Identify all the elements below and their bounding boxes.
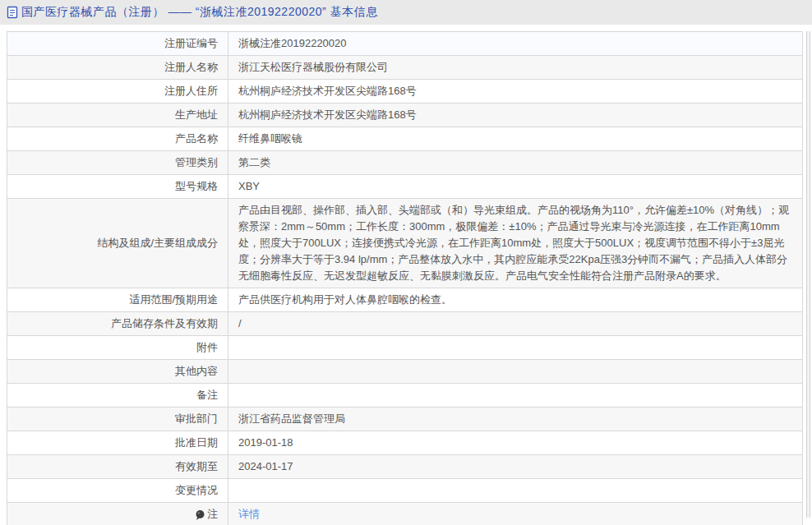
- row-value: 杭州桐庐经济技术开发区尖端路168号: [228, 104, 802, 127]
- row-label: 附件: [7, 336, 228, 359]
- table-row: 结构及组成/主要组成成分产品由目视部、操作部、插入部、头端部或（和）导光束组成。…: [7, 199, 802, 288]
- row-label-text: 注: [207, 507, 218, 522]
- row-value: 浙江天松医疗器械股份有限公司: [228, 56, 802, 79]
- row-label-text: 附件: [196, 340, 218, 355]
- table-row: 注册人名称浙江天松医疗器械股份有限公司: [7, 56, 802, 80]
- row-label: 变更情况: [7, 479, 228, 502]
- row-label: 注册人住所: [7, 80, 228, 103]
- row-value-text: 产品供医疗机构用于对人体鼻腔咽喉的检查。: [238, 292, 452, 308]
- details-link[interactable]: 详情: [238, 506, 260, 523]
- table-row: 审批部门浙江省药品监督管理局: [7, 408, 802, 431]
- row-label: 适用范围/预期用途: [7, 288, 228, 311]
- page-title: 国产医疗器械产品（注册） —— “浙械注准20192220020” 基本信息: [21, 5, 378, 20]
- table-row: 型号规格XBY: [7, 175, 802, 199]
- row-value: 详情: [228, 503, 802, 525]
- row-label-text: 批准日期: [175, 435, 218, 450]
- table-row: 注册人住所杭州桐庐经济技术开发区尖端路168号: [7, 80, 802, 104]
- table-row: 附件: [7, 336, 802, 360]
- table-row: 变更情况: [7, 479, 802, 503]
- table-row: 产品名称纤维鼻咽喉镜: [7, 127, 802, 151]
- row-value: 杭州桐庐经济技术开发区尖端路168号: [228, 80, 802, 103]
- row-value-text: 第二类: [238, 154, 270, 171]
- row-value: 第二类: [228, 151, 802, 174]
- row-label: 产品名称: [7, 127, 228, 150]
- table-row: 批准日期2019-01-18: [7, 431, 802, 455]
- row-label-text: 审批部门: [175, 412, 218, 426]
- row-value: 产品由目视部、操作部、插入部、头端部或（和）导光束组成。产品的视场角为110°，…: [228, 199, 802, 288]
- table-row: 管理类别第二类: [7, 151, 802, 175]
- row-label-text: 备注: [196, 388, 218, 403]
- row-label: 备注: [7, 384, 228, 407]
- row-value: /: [228, 312, 802, 335]
- row-value: [228, 360, 802, 383]
- row-value: 2024-01-17: [228, 455, 802, 478]
- row-value-text: 2024-01-17: [238, 458, 293, 475]
- row-label-text: 产品储存条件及有效期: [111, 316, 218, 331]
- row-value: [228, 384, 802, 407]
- document-icon: [7, 6, 18, 19]
- row-label: 注: [7, 503, 228, 525]
- row-value-text: 2019-01-18: [238, 435, 293, 451]
- info-table: 注册证编号浙械注准20192220020注册人名称浙江天松医疗器械股份有限公司注…: [7, 31, 803, 525]
- row-value-text: 杭州桐庐经济技术开发区尖端路168号: [238, 107, 417, 123]
- row-label-text: 其他内容: [175, 364, 218, 379]
- row-label-text: 适用范围/预期用途: [129, 292, 218, 307]
- row-label-text: 注册人名称: [164, 60, 218, 75]
- row-label-text: 生产地址: [175, 108, 218, 122]
- row-label: 管理类别: [7, 151, 228, 174]
- row-value: 纤维鼻咽喉镜: [228, 127, 802, 150]
- row-value: 浙江省药品监督管理局: [228, 408, 802, 431]
- row-label: 产品储存条件及有效期: [7, 312, 228, 335]
- row-label-text: 结构及组成/主要组成成分: [97, 236, 218, 251]
- row-label-text: 变更情况: [175, 483, 218, 498]
- row-value-text: 杭州桐庐经济技术开发区尖端路168号: [238, 83, 417, 99]
- row-value-text: 浙江天松医疗器械股份有限公司: [238, 59, 388, 76]
- table-row: 生产地址杭州桐庐经济技术开发区尖端路168号: [7, 104, 802, 127]
- row-label-text: 型号规格: [175, 179, 218, 194]
- note-balloon-icon: [195, 509, 205, 521]
- table-row: 产品储存条件及有效期/: [7, 312, 802, 336]
- row-value-text: XBY: [238, 178, 260, 195]
- row-value: 2019-01-18: [228, 431, 802, 454]
- row-value-text: 浙械注准20192220020: [238, 35, 347, 52]
- row-label: 型号规格: [7, 175, 228, 198]
- row-label-text: 注册证编号: [164, 36, 218, 51]
- row-label: 生产地址: [7, 104, 228, 127]
- row-label: 有效期至: [7, 455, 228, 478]
- row-label: 其他内容: [7, 360, 228, 383]
- row-value: 浙械注准20192220020: [228, 32, 802, 55]
- row-value-text: 纤维鼻咽喉镜: [238, 131, 302, 147]
- row-label-text: 有效期至: [175, 459, 218, 474]
- row-label-text: 管理类别: [175, 155, 218, 170]
- row-value-text: /: [238, 315, 242, 332]
- row-label: 批准日期: [7, 431, 228, 454]
- row-value: [228, 336, 802, 359]
- row-value-text: 浙江省药品监督管理局: [238, 411, 345, 427]
- table-row: 备注: [7, 384, 802, 408]
- table-row: 有效期至2024-01-17: [7, 455, 802, 479]
- table-row: 注册证编号浙械注准20192220020: [7, 32, 802, 56]
- table-row: 其他内容: [7, 360, 802, 384]
- page-header: 国产医疗器械产品（注册） —— “浙械注准20192220020” 基本信息: [0, 0, 812, 25]
- row-label: 审批部门: [7, 408, 228, 431]
- row-label: 注册人名称: [7, 56, 228, 79]
- row-value-text: 产品由目视部、操作部、插入部、头端部或（和）导光束组成。产品的视场角为110°，…: [238, 202, 792, 284]
- table-row: 适用范围/预期用途产品供医疗机构用于对人体鼻腔咽喉的检查。: [7, 288, 802, 312]
- row-label: 结构及组成/主要组成成分: [7, 199, 228, 288]
- scrollbar-track[interactable]: [806, 31, 810, 518]
- row-value: 产品供医疗机构用于对人体鼻腔咽喉的检查。: [228, 288, 802, 311]
- row-value: XBY: [228, 175, 802, 198]
- row-label-text: 注册人住所: [164, 84, 218, 99]
- row-value: [228, 479, 802, 502]
- table-row: 注详情: [7, 503, 802, 525]
- row-label: 注册证编号: [7, 32, 228, 55]
- row-label-text: 产品名称: [175, 131, 218, 146]
